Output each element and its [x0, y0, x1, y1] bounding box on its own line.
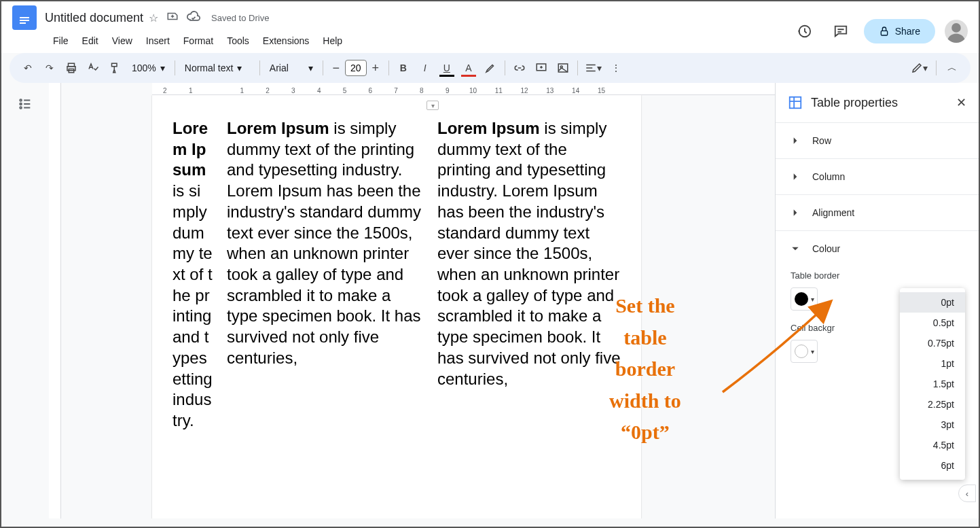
- chevron-right-icon: [791, 172, 800, 181]
- border-width-dropdown: 0pt 0.5pt 0.75pt 1pt 1.5pt 2.25pt 3pt 4.…: [900, 288, 965, 480]
- width-option[interactable]: 4.5pt: [900, 435, 965, 455]
- section-label: Column: [812, 171, 845, 182]
- svg-rect-5: [881, 31, 887, 35]
- outline-toggle-icon[interactable]: [18, 96, 33, 518]
- chevron-down-icon: ▾: [811, 348, 814, 355]
- chevron-down-icon: ▾: [811, 296, 814, 303]
- close-icon[interactable]: ✕: [956, 95, 966, 110]
- svg-point-14: [20, 107, 22, 109]
- section-colour[interactable]: Colour: [776, 230, 979, 266]
- svg-point-12: [20, 99, 22, 101]
- spellcheck-icon[interactable]: [83, 58, 103, 78]
- section-alignment[interactable]: Alignment: [776, 194, 979, 230]
- cell-bg-swatch[interactable]: ▾: [791, 340, 818, 363]
- chevron-down-icon: [791, 244, 800, 253]
- section-label: Alignment: [812, 207, 854, 218]
- section-row[interactable]: Row: [776, 122, 979, 158]
- menu-view[interactable]: View: [107, 33, 138, 49]
- bold-text: Lorem Ipsum: [227, 119, 329, 137]
- width-option[interactable]: 3pt: [900, 415, 965, 435]
- share-button[interactable]: Share: [864, 19, 935, 43]
- collapse-toolbar-icon[interactable]: ︿: [942, 58, 962, 78]
- share-label: Share: [895, 26, 920, 37]
- vertical-ruler: [49, 83, 61, 518]
- document-title[interactable]: Untitled document: [45, 11, 143, 25]
- svg-rect-1: [20, 17, 29, 18]
- text-color-button[interactable]: A: [458, 58, 479, 78]
- body-text: is simply dummy text of the printing and…: [227, 119, 421, 367]
- undo-icon[interactable]: ↶: [18, 58, 38, 78]
- section-column[interactable]: Column: [776, 158, 979, 194]
- width-option[interactable]: 1.5pt: [900, 374, 965, 394]
- menu-edit[interactable]: Edit: [77, 33, 104, 49]
- horizontal-ruler: 21123456789101112131415: [152, 83, 775, 95]
- style-dropdown[interactable]: Normal text ▾: [179, 58, 255, 78]
- chevron-down-icon: ▾: [308, 63, 313, 73]
- menu-format[interactable]: Format: [178, 33, 219, 49]
- svg-rect-2: [20, 20, 29, 21]
- font-value: Arial: [270, 63, 289, 73]
- more-icon[interactable]: ⋮: [606, 58, 626, 78]
- increase-fontsize[interactable]: +: [367, 59, 384, 77]
- fontsize-input[interactable]: [345, 60, 367, 76]
- section-label: Row: [812, 135, 831, 146]
- save-status: Saved to Drive: [211, 13, 269, 23]
- content-table[interactable]: Lorem Ipsum is simply dummy text of the …: [166, 116, 628, 434]
- table-handle-icon[interactable]: ▾: [427, 101, 439, 110]
- bold-button[interactable]: B: [393, 58, 414, 78]
- table-cell[interactable]: Lorem Ipsum is simply dummy text of the …: [166, 116, 220, 434]
- star-icon[interactable]: ☆: [149, 12, 158, 24]
- menu-file[interactable]: File: [48, 33, 74, 49]
- account-avatar[interactable]: [945, 20, 968, 43]
- zoom-dropdown[interactable]: 100% ▾: [126, 58, 170, 78]
- table-cell[interactable]: Lorem Ipsum is simply dummy text of the …: [431, 116, 628, 434]
- italic-button[interactable]: I: [415, 58, 435, 78]
- move-icon[interactable]: [166, 10, 179, 25]
- menu-tools[interactable]: Tools: [221, 33, 255, 49]
- table-border-label: Table border: [791, 270, 964, 281]
- insert-image-icon[interactable]: [553, 58, 573, 78]
- highlight-button[interactable]: [480, 58, 501, 78]
- border-color-swatch[interactable]: ▾: [791, 287, 818, 311]
- document-page[interactable]: Lorem Ipsum is simply dummy text of the …: [152, 95, 641, 518]
- body-text: is simply dummy text of the printing and…: [437, 119, 620, 388]
- table-cell[interactable]: Lorem Ipsum is simply dummy text of the …: [220, 116, 431, 434]
- table-icon: [788, 95, 803, 110]
- font-dropdown[interactable]: Arial ▾: [264, 58, 319, 78]
- paint-format-icon[interactable]: [105, 58, 125, 78]
- print-icon[interactable]: [61, 58, 81, 78]
- underline-button[interactable]: U: [437, 58, 457, 78]
- section-label: Colour: [812, 243, 840, 254]
- cloud-icon[interactable]: [187, 11, 200, 24]
- comments-icon[interactable]: [827, 18, 854, 45]
- width-option-0pt[interactable]: 0pt: [900, 292, 965, 313]
- editing-mode-icon[interactable]: ▾: [908, 58, 930, 78]
- history-icon[interactable]: [791, 18, 818, 45]
- decrease-fontsize[interactable]: −: [327, 59, 345, 77]
- side-panel-expand-icon[interactable]: ‹: [958, 485, 976, 502]
- chevron-down-icon: ▾: [160, 63, 165, 73]
- menu-insert[interactable]: Insert: [141, 33, 175, 49]
- width-option[interactable]: 2.25pt: [900, 394, 965, 415]
- zoom-value: 100%: [132, 63, 156, 73]
- docs-logo[interactable]: [12, 5, 37, 30]
- chevron-right-icon: [791, 208, 800, 217]
- insert-link-icon[interactable]: [509, 58, 530, 78]
- svg-rect-15: [790, 97, 801, 109]
- width-option[interactable]: 1pt: [900, 353, 965, 374]
- insert-comment-icon[interactable]: [531, 58, 551, 78]
- chevron-down-icon: ▾: [237, 63, 242, 73]
- align-button[interactable]: ▾: [582, 58, 604, 78]
- width-option[interactable]: 0.5pt: [900, 313, 965, 333]
- menu-extensions[interactable]: Extensions: [257, 33, 314, 49]
- bold-text: Lorem Ipsum: [173, 119, 208, 179]
- svg-point-13: [20, 103, 22, 105]
- style-value: Normal text: [185, 63, 234, 73]
- menu-help[interactable]: Help: [317, 33, 348, 49]
- width-option[interactable]: 6pt: [900, 455, 965, 476]
- width-option[interactable]: 0.75pt: [900, 333, 965, 353]
- panel-title: Table properties: [811, 96, 898, 110]
- bold-text: Lorem Ipsum: [437, 119, 540, 137]
- toolbar: ↶ ↷ 100% ▾ Normal text ▾ Arial ▾ − + B I…: [10, 53, 970, 83]
- redo-icon[interactable]: ↷: [39, 58, 60, 78]
